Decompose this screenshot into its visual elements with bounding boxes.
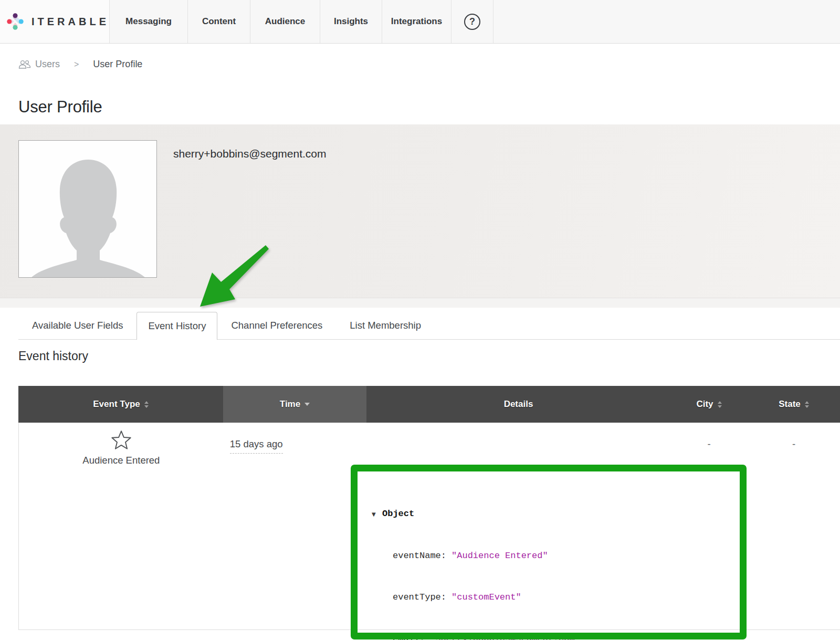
column-header-event-type[interactable]: Event Type bbox=[18, 386, 223, 423]
breadcrumb-users-link[interactable]: Users bbox=[35, 59, 60, 70]
relative-time[interactable]: 15 days ago bbox=[230, 438, 283, 454]
nav-item-label: Messaging bbox=[125, 16, 172, 27]
sort-desc-icon bbox=[304, 403, 310, 406]
json-value: "customEvent" bbox=[452, 591, 521, 604]
sort-both-icon bbox=[805, 401, 809, 408]
column-header-time[interactable]: Time bbox=[223, 386, 366, 423]
nav-item-integrations[interactable]: Integrations bbox=[382, 0, 451, 43]
column-label: State bbox=[779, 399, 801, 410]
column-label: Details bbox=[504, 399, 533, 410]
json-line: eventType:"customEvent" bbox=[372, 591, 634, 604]
tab-list-membership[interactable]: List Membership bbox=[336, 312, 435, 339]
json-key: eventType: bbox=[393, 591, 446, 604]
event-history-heading: Event history bbox=[18, 349, 88, 363]
tab-label: Event History bbox=[148, 320, 206, 332]
nav-item-label: Insights bbox=[334, 16, 368, 27]
event-details-json: ▼Object eventName:"Audience Entered" eve… bbox=[372, 479, 634, 640]
help-button[interactable]: ? bbox=[451, 0, 494, 43]
expander-icon[interactable]: ▼ bbox=[372, 508, 382, 521]
tab-label: Channel Preferences bbox=[231, 320, 322, 331]
sort-both-icon bbox=[718, 401, 722, 408]
column-label: Event Type bbox=[93, 399, 140, 410]
json-line: eventName:"Audience Entered" bbox=[372, 549, 634, 563]
cell-time: 15 days ago bbox=[224, 423, 367, 629]
nav-item-messaging[interactable]: Messaging bbox=[109, 0, 187, 43]
column-header-state[interactable]: State bbox=[748, 386, 840, 423]
breadcrumb-separator-icon: > bbox=[74, 60, 79, 69]
json-key: eventName: bbox=[393, 549, 446, 563]
nav-item-label: Content bbox=[202, 16, 236, 27]
nav-item-insights[interactable]: Insights bbox=[320, 0, 382, 43]
users-icon bbox=[18, 60, 31, 69]
nav-item-label: Integrations bbox=[391, 16, 442, 27]
iterable-logo-icon bbox=[7, 7, 24, 36]
column-label: City bbox=[696, 399, 713, 410]
tab-channel-preferences[interactable]: Channel Preferences bbox=[217, 312, 336, 339]
nav-item-audience[interactable]: Audience bbox=[250, 0, 320, 43]
help-icon: ? bbox=[464, 14, 480, 30]
breadcrumb-current: User Profile bbox=[93, 59, 142, 70]
column-header-details[interactable]: Details bbox=[366, 386, 670, 423]
sort-both-icon bbox=[144, 401, 149, 408]
tab-label: List Membership bbox=[350, 320, 421, 331]
event-table-header: Event Type Time Details City State bbox=[18, 386, 840, 423]
profile-email: sherry+bobbins@segment.com bbox=[173, 148, 327, 160]
profile-tabs: Available User Fields Event History Chan… bbox=[18, 312, 840, 340]
cell-event-type: Audience Entered bbox=[19, 423, 224, 629]
column-label: Time bbox=[280, 399, 300, 410]
json-value: "sherry+bobbins@segment.com" bbox=[430, 632, 580, 640]
json-key: email: bbox=[393, 632, 425, 640]
json-value: "Audience Entered" bbox=[452, 549, 548, 563]
tab-event-history[interactable]: Event History bbox=[136, 312, 217, 340]
json-line: ▼Object bbox=[372, 507, 634, 521]
tab-available-user-fields[interactable]: Available User Fields bbox=[18, 312, 136, 339]
event-type-label: Audience Entered bbox=[82, 455, 160, 466]
nav-item-content[interactable]: Content bbox=[187, 0, 250, 43]
column-header-city[interactable]: City bbox=[670, 386, 748, 423]
avatar bbox=[18, 140, 157, 278]
star-icon[interactable] bbox=[110, 429, 132, 450]
json-line: email:"sherry+bobbins@segment.com" bbox=[372, 632, 634, 640]
brand-wordmark: ITERABLE bbox=[32, 16, 109, 28]
top-navbar: ITERABLE Messaging Content Audience Insi… bbox=[0, 0, 840, 44]
avatar-silhouette bbox=[19, 141, 157, 278]
brand-logo[interactable]: ITERABLE bbox=[0, 0, 109, 43]
page-title: User Profile bbox=[18, 98, 102, 117]
tab-label: Available User Fields bbox=[32, 320, 123, 331]
nav-item-label: Audience bbox=[265, 16, 306, 27]
breadcrumb: Users > User Profile bbox=[18, 59, 142, 70]
hero-bottom-strip bbox=[0, 298, 840, 308]
cell-state: - bbox=[748, 423, 840, 629]
json-value: Object bbox=[382, 507, 414, 521]
cell-city: - bbox=[670, 423, 748, 629]
